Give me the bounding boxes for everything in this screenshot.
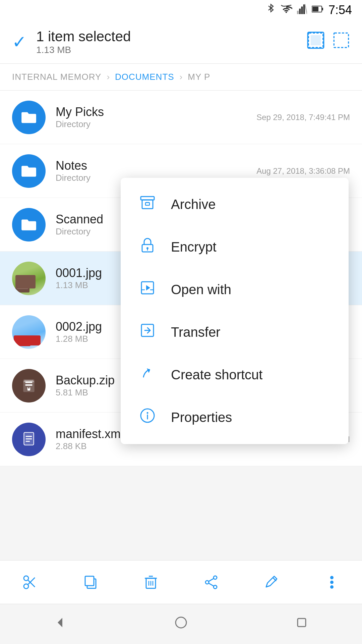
breadcrumb-sep-2: › xyxy=(180,72,183,82)
svg-rect-41 xyxy=(85,576,94,586)
menu-item-create-shortcut[interactable]: Create shortcut xyxy=(121,354,349,396)
back-button[interactable] xyxy=(53,615,68,633)
menu-item-open-with[interactable]: Open with xyxy=(121,268,349,311)
svg-point-34 xyxy=(147,412,148,414)
image-thumbnail xyxy=(12,262,46,295)
svg-point-37 xyxy=(24,576,28,581)
menu-item-archive[interactable]: Archive xyxy=(121,183,349,226)
archive-icon xyxy=(137,195,158,214)
folder-avatar xyxy=(12,208,46,241)
selection-size: 1.13 MB xyxy=(36,45,307,55)
menu-label-transfer: Transfer xyxy=(171,325,220,340)
svg-rect-1 xyxy=(299,8,301,14)
svg-rect-2 xyxy=(301,6,303,14)
menu-label-create-shortcut: Create shortcut xyxy=(171,367,262,382)
svg-rect-9 xyxy=(311,35,321,45)
file-name: Notes xyxy=(56,159,256,173)
svg-point-54 xyxy=(330,576,334,579)
time-display: 7:54 xyxy=(328,3,352,17)
svg-line-52 xyxy=(209,583,214,586)
nav-bar xyxy=(0,604,362,644)
svg-rect-11 xyxy=(334,33,348,47)
more-button[interactable] xyxy=(318,569,345,596)
menu-label-encrypt: Encrypt xyxy=(171,239,217,255)
bluetooth-icon xyxy=(266,3,276,17)
file-name: My Picks xyxy=(56,105,256,119)
svg-line-51 xyxy=(209,579,214,581)
svg-point-19 xyxy=(28,387,29,388)
folder-avatar xyxy=(12,101,46,134)
info-icon xyxy=(137,408,158,427)
open-with-icon xyxy=(137,280,158,300)
menu-label-open-with: Open with xyxy=(171,282,231,297)
breadcrumb: INTERNAL MEMORY › DOCUMENTS › MY P xyxy=(0,64,362,91)
recents-button[interactable] xyxy=(294,615,309,633)
top-actions xyxy=(307,32,350,52)
menu-item-encrypt[interactable]: Encrypt xyxy=(121,226,349,268)
svg-point-49 xyxy=(214,585,217,589)
svg-rect-24 xyxy=(26,441,30,442)
file-type: Directory xyxy=(56,119,256,129)
svg-point-56 xyxy=(330,585,334,589)
breadcrumb-sep-1: › xyxy=(107,72,110,82)
breadcrumb-documents[interactable]: DOCUMENTS xyxy=(115,72,174,82)
selection-count: 1 item selected xyxy=(36,29,307,45)
shortcut-icon xyxy=(137,365,158,385)
svg-point-29 xyxy=(146,247,148,249)
file-date: Sep 29, 2018, 7:49:41 PM xyxy=(256,113,350,122)
svg-rect-26 xyxy=(142,200,153,209)
lock-icon xyxy=(137,237,158,257)
svg-rect-59 xyxy=(298,619,306,627)
bottom-toolbar xyxy=(0,560,362,604)
svg-marker-57 xyxy=(58,618,62,627)
svg-rect-6 xyxy=(312,7,318,11)
menu-item-transfer[interactable]: Transfer xyxy=(121,311,349,354)
wifi-icon xyxy=(280,4,292,16)
deselect-button[interactable] xyxy=(333,32,350,52)
archive-avatar xyxy=(12,369,46,402)
selection-info: 1 item selected 1.13 MB xyxy=(36,29,307,55)
share-button[interactable] xyxy=(198,569,225,596)
svg-rect-7 xyxy=(322,8,323,10)
transfer-icon xyxy=(137,322,158,342)
svg-rect-14 xyxy=(14,339,31,346)
svg-rect-3 xyxy=(303,4,305,14)
context-menu: Archive Encrypt Open with xyxy=(121,178,349,444)
svg-rect-0 xyxy=(297,11,299,14)
signal-icon xyxy=(297,4,307,16)
list-item[interactable]: My Picks Directory Sep 29, 2018, 7:49:41… xyxy=(0,91,362,144)
menu-item-properties[interactable]: Properties xyxy=(121,396,349,439)
cut-button[interactable] xyxy=(17,569,44,596)
copy-button[interactable] xyxy=(77,569,104,596)
svg-rect-13 xyxy=(17,284,28,289)
select-all-button[interactable] xyxy=(307,32,324,52)
svg-rect-17 xyxy=(25,384,33,385)
svg-rect-23 xyxy=(26,438,32,439)
status-bar: 7:54 xyxy=(0,0,362,20)
status-icons: 7:54 xyxy=(266,3,352,17)
file-date: Aug 27, 2018, 3:36:08 PM xyxy=(256,166,350,176)
delete-button[interactable] xyxy=(137,569,164,596)
folder-avatar xyxy=(12,154,46,188)
svg-rect-22 xyxy=(26,436,32,437)
menu-label-properties: Properties xyxy=(171,410,232,425)
svg-point-48 xyxy=(214,576,217,579)
breadcrumb-internal-memory[interactable]: INTERNAL MEMORY xyxy=(12,72,101,82)
check-icon: ✓ xyxy=(12,32,27,52)
menu-label-archive: Archive xyxy=(171,197,216,212)
svg-line-4 xyxy=(305,4,307,14)
battery-icon xyxy=(312,4,324,16)
svg-point-36 xyxy=(24,584,28,589)
svg-point-55 xyxy=(330,581,334,584)
breadcrumb-my-p[interactable]: MY P xyxy=(188,72,210,82)
svg-point-58 xyxy=(176,617,186,628)
svg-rect-27 xyxy=(145,203,149,205)
svg-point-50 xyxy=(205,581,209,584)
svg-rect-12 xyxy=(15,282,29,292)
home-button[interactable] xyxy=(174,615,188,633)
top-bar: ✓ 1 item selected 1.13 MB xyxy=(0,20,362,64)
file-info: My Picks Directory xyxy=(56,105,256,129)
doc-avatar xyxy=(12,423,46,456)
rename-button[interactable] xyxy=(258,569,285,596)
image-thumbnail xyxy=(12,315,46,349)
